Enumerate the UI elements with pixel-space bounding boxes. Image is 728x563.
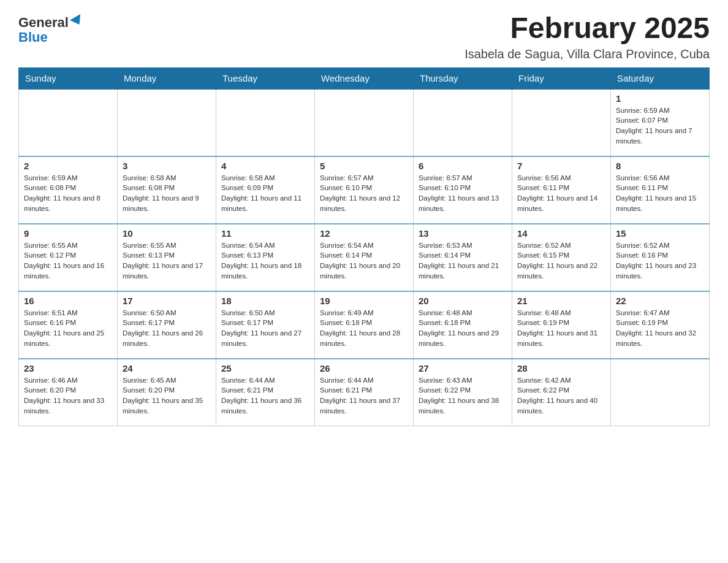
calendar-cell: 8Sunrise: 6:56 AM Sunset: 6:11 PM Daylig…	[611, 156, 710, 224]
calendar-week-row: 16Sunrise: 6:51 AM Sunset: 6:16 PM Dayli…	[19, 291, 710, 359]
day-info: Sunrise: 6:48 AM Sunset: 6:19 PM Dayligh…	[517, 308, 605, 349]
column-header-friday: Friday	[512, 67, 611, 89]
calendar-cell: 5Sunrise: 6:57 AM Sunset: 6:10 PM Daylig…	[315, 156, 414, 224]
day-info: Sunrise: 6:59 AM Sunset: 6:07 PM Dayligh…	[616, 105, 704, 147]
calendar-cell: 9Sunrise: 6:55 AM Sunset: 6:12 PM Daylig…	[19, 224, 118, 291]
day-number: 3	[123, 161, 211, 171]
calendar-cell: 22Sunrise: 6:47 AM Sunset: 6:19 PM Dayli…	[611, 291, 710, 359]
day-number: 22	[616, 296, 704, 306]
day-number: 1	[616, 93, 704, 104]
day-info: Sunrise: 6:52 AM Sunset: 6:15 PM Dayligh…	[517, 240, 605, 282]
calendar-cell: 28Sunrise: 6:42 AM Sunset: 6:22 PM Dayli…	[512, 359, 611, 426]
calendar-header-row: SundayMondayTuesdayWednesdayThursdayFrid…	[19, 67, 710, 89]
day-number: 28	[517, 363, 605, 373]
calendar-cell	[315, 89, 414, 156]
calendar-cell	[19, 89, 118, 156]
calendar-cell: 21Sunrise: 6:48 AM Sunset: 6:19 PM Dayli…	[512, 291, 611, 359]
day-info: Sunrise: 6:46 AM Sunset: 6:20 PM Dayligh…	[24, 375, 112, 416]
day-number: 25	[221, 363, 309, 373]
calendar-cell	[512, 89, 611, 156]
page-header: GeneralBlue February 2025 Isabela de Sag…	[18, 12, 710, 61]
day-number: 16	[24, 296, 112, 306]
day-info: Sunrise: 6:58 AM Sunset: 6:08 PM Dayligh…	[123, 173, 211, 214]
calendar-week-row: 2Sunrise: 6:59 AM Sunset: 6:08 PM Daylig…	[19, 156, 710, 224]
day-number: 19	[320, 296, 408, 306]
calendar-cell: 23Sunrise: 6:46 AM Sunset: 6:20 PM Dayli…	[19, 359, 118, 426]
day-number: 23	[24, 363, 112, 373]
column-header-sunday: Sunday	[19, 67, 118, 89]
calendar-cell: 6Sunrise: 6:57 AM Sunset: 6:10 PM Daylig…	[414, 156, 512, 224]
calendar-cell: 17Sunrise: 6:50 AM Sunset: 6:17 PM Dayli…	[118, 291, 216, 359]
month-title: February 2025	[464, 12, 710, 45]
day-number: 2	[24, 161, 112, 171]
calendar-cell: 1Sunrise: 6:59 AM Sunset: 6:07 PM Daylig…	[611, 89, 710, 156]
calendar-cell: 4Sunrise: 6:58 AM Sunset: 6:09 PM Daylig…	[216, 156, 315, 224]
calendar-cell: 2Sunrise: 6:59 AM Sunset: 6:08 PM Daylig…	[19, 156, 118, 224]
day-info: Sunrise: 6:47 AM Sunset: 6:19 PM Dayligh…	[616, 308, 704, 349]
day-info: Sunrise: 6:58 AM Sunset: 6:09 PM Dayligh…	[221, 173, 309, 214]
logo-blue-text: Blue	[18, 29, 48, 45]
column-header-monday: Monday	[118, 67, 216, 89]
day-info: Sunrise: 6:54 AM Sunset: 6:13 PM Dayligh…	[221, 240, 309, 282]
calendar-cell: 26Sunrise: 6:44 AM Sunset: 6:21 PM Dayli…	[315, 359, 414, 426]
calendar-cell	[414, 89, 512, 156]
calendar-cell: 25Sunrise: 6:44 AM Sunset: 6:21 PM Dayli…	[216, 359, 315, 426]
logo: GeneralBlue	[18, 12, 83, 45]
day-number: 24	[123, 363, 211, 373]
day-info: Sunrise: 6:45 AM Sunset: 6:20 PM Dayligh…	[123, 375, 211, 416]
day-number: 13	[419, 228, 507, 239]
logo-arrow-icon	[70, 14, 85, 28]
day-info: Sunrise: 6:44 AM Sunset: 6:21 PM Dayligh…	[320, 375, 408, 416]
day-info: Sunrise: 6:50 AM Sunset: 6:17 PM Dayligh…	[123, 308, 211, 349]
day-info: Sunrise: 6:43 AM Sunset: 6:22 PM Dayligh…	[419, 375, 507, 416]
day-info: Sunrise: 6:53 AM Sunset: 6:14 PM Dayligh…	[419, 240, 507, 282]
calendar-cell: 11Sunrise: 6:54 AM Sunset: 6:13 PM Dayli…	[216, 224, 315, 291]
day-number: 4	[221, 161, 309, 171]
calendar-week-row: 23Sunrise: 6:46 AM Sunset: 6:20 PM Dayli…	[19, 359, 710, 426]
day-number: 11	[221, 228, 309, 239]
calendar-cell	[118, 89, 216, 156]
calendar-cell: 12Sunrise: 6:54 AM Sunset: 6:14 PM Dayli…	[315, 224, 414, 291]
day-info: Sunrise: 6:50 AM Sunset: 6:17 PM Dayligh…	[221, 308, 309, 349]
column-header-thursday: Thursday	[414, 67, 512, 89]
calendar-cell: 24Sunrise: 6:45 AM Sunset: 6:20 PM Dayli…	[118, 359, 216, 426]
day-number: 26	[320, 363, 408, 373]
day-info: Sunrise: 6:56 AM Sunset: 6:11 PM Dayligh…	[517, 173, 605, 214]
day-info: Sunrise: 6:59 AM Sunset: 6:08 PM Dayligh…	[24, 173, 112, 214]
calendar-table: SundayMondayTuesdayWednesdayThursdayFrid…	[18, 67, 710, 427]
day-info: Sunrise: 6:44 AM Sunset: 6:21 PM Dayligh…	[221, 375, 309, 416]
day-number: 17	[123, 296, 211, 306]
day-number: 20	[419, 296, 507, 306]
calendar-cell: 19Sunrise: 6:49 AM Sunset: 6:18 PM Dayli…	[315, 291, 414, 359]
column-header-tuesday: Tuesday	[216, 67, 315, 89]
calendar-cell: 18Sunrise: 6:50 AM Sunset: 6:17 PM Dayli…	[216, 291, 315, 359]
calendar-cell: 7Sunrise: 6:56 AM Sunset: 6:11 PM Daylig…	[512, 156, 611, 224]
day-number: 10	[123, 228, 211, 239]
day-info: Sunrise: 6:57 AM Sunset: 6:10 PM Dayligh…	[320, 173, 408, 214]
day-number: 15	[616, 228, 704, 239]
day-number: 14	[517, 228, 605, 239]
day-info: Sunrise: 6:55 AM Sunset: 6:12 PM Dayligh…	[24, 240, 112, 282]
day-info: Sunrise: 6:49 AM Sunset: 6:18 PM Dayligh…	[320, 308, 408, 349]
day-number: 9	[24, 228, 112, 239]
day-number: 12	[320, 228, 408, 239]
calendar-week-row: 9Sunrise: 6:55 AM Sunset: 6:12 PM Daylig…	[19, 224, 710, 291]
calendar-cell: 20Sunrise: 6:48 AM Sunset: 6:18 PM Dayli…	[414, 291, 512, 359]
day-info: Sunrise: 6:56 AM Sunset: 6:11 PM Dayligh…	[616, 173, 704, 214]
day-info: Sunrise: 6:52 AM Sunset: 6:16 PM Dayligh…	[616, 240, 704, 282]
logo-text: GeneralBlue	[18, 15, 83, 45]
calendar-cell	[216, 89, 315, 156]
column-header-wednesday: Wednesday	[315, 67, 414, 89]
day-number: 27	[419, 363, 507, 373]
calendar-cell: 3Sunrise: 6:58 AM Sunset: 6:08 PM Daylig…	[118, 156, 216, 224]
column-header-saturday: Saturday	[611, 67, 710, 89]
day-number: 18	[221, 296, 309, 306]
calendar-cell: 10Sunrise: 6:55 AM Sunset: 6:13 PM Dayli…	[118, 224, 216, 291]
calendar-cell: 27Sunrise: 6:43 AM Sunset: 6:22 PM Dayli…	[414, 359, 512, 426]
calendar-week-row: 1Sunrise: 6:59 AM Sunset: 6:07 PM Daylig…	[19, 89, 710, 156]
title-block: February 2025 Isabela de Sagua, Villa Cl…	[464, 12, 710, 61]
day-info: Sunrise: 6:42 AM Sunset: 6:22 PM Dayligh…	[517, 375, 605, 416]
day-info: Sunrise: 6:54 AM Sunset: 6:14 PM Dayligh…	[320, 240, 408, 282]
location-subtitle: Isabela de Sagua, Villa Clara Province, …	[464, 47, 710, 61]
day-info: Sunrise: 6:57 AM Sunset: 6:10 PM Dayligh…	[419, 173, 507, 214]
